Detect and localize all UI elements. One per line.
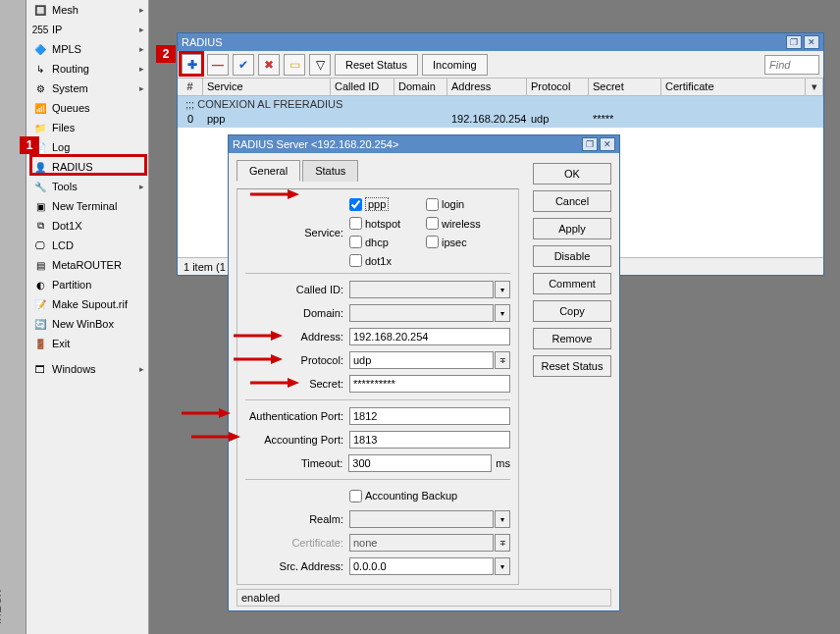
sidebar-item-make-supout.rif[interactable]: 📝Make Supout.rif — [26, 294, 148, 314]
sidebar-item-lcd[interactable]: 🖵LCD — [26, 236, 148, 255]
sidebar-item-ip[interactable]: 255IP▸ — [26, 20, 148, 39]
sidebar-item-metarouter[interactable]: ▤MetaROUTER — [26, 255, 148, 275]
copy-button[interactable]: Copy — [533, 300, 611, 322]
check-ipsec[interactable]: ipsec — [426, 236, 485, 248]
input-auth-port[interactable] — [349, 407, 510, 425]
input-src-addr[interactable] — [349, 557, 494, 575]
dialog-restore-icon[interactable]: ❐ — [582, 137, 598, 151]
sidebar-item-log[interactable]: 📄Log — [26, 137, 148, 157]
input-acct-port[interactable] — [349, 431, 510, 449]
cell-protocol: udp — [527, 112, 589, 128]
input-protocol[interactable] — [349, 351, 494, 369]
th-idx[interactable]: # — [178, 79, 203, 95]
submenu-arrow-icon: ▸ — [139, 44, 144, 54]
th-called[interactable]: Called ID — [331, 79, 394, 95]
window-restore-icon[interactable]: ❐ — [786, 35, 802, 49]
remove-button[interactable]: — — [207, 54, 229, 76]
comment-btn[interactable]: Comment — [533, 273, 611, 294]
sidebar-item-routing[interactable]: ↳Routing▸ — [26, 59, 148, 79]
sidebar-item-label: Mesh — [52, 4, 79, 16]
input-called-id[interactable] — [349, 281, 494, 298]
cell-called — [331, 112, 394, 128]
reset-status-button-dialog[interactable]: Reset Status — [533, 355, 611, 377]
ok-button[interactable]: OK — [533, 163, 611, 185]
protocol-dropdown-icon[interactable]: ∓ — [495, 351, 510, 369]
files-icon: 📁 — [32, 120, 48, 135]
th-service[interactable]: Service — [203, 79, 331, 95]
input-domain[interactable] — [349, 304, 494, 322]
input-timeout[interactable] — [348, 454, 492, 472]
tab-status[interactable]: Status — [302, 160, 358, 182]
table-row[interactable]: 0 ppp 192.168.20.254 udp ***** — [178, 112, 823, 128]
label-timeout: Timeout: — [245, 457, 342, 469]
sidebar-item-dot1x[interactable]: ⧉Dot1X — [26, 216, 148, 236]
realm-dropdown-icon[interactable]: ▾ — [495, 510, 510, 528]
domain-dropdown-icon[interactable]: ▾ — [495, 304, 510, 322]
input-address[interactable] — [349, 328, 510, 345]
th-address[interactable]: Address — [447, 79, 527, 95]
input-realm[interactable] — [349, 510, 494, 528]
submenu-arrow-icon: ▸ — [139, 182, 144, 191]
sidebar-item-exit[interactable]: 🚪Exit — [26, 334, 148, 353]
sidebar-item-label: Routing — [52, 63, 89, 75]
called-dropdown-icon[interactable]: ▾ — [495, 281, 510, 298]
reset-status-button[interactable]: Reset Status — [335, 54, 418, 76]
remove-button-dialog[interactable]: Remove — [533, 328, 611, 349]
sidebar-item-tools[interactable]: 🔧Tools▸ — [26, 177, 148, 196]
disable-button[interactable]: ✖ — [258, 54, 280, 76]
sidebar-item-system[interactable]: ⚙System▸ — [26, 79, 148, 98]
th-secret[interactable]: Secret — [589, 79, 661, 95]
filter-button[interactable]: ▽ — [309, 54, 331, 76]
enable-button[interactable]: ✔ — [233, 54, 254, 76]
dialog-close-icon[interactable]: ✕ — [600, 137, 615, 151]
sidebar-item-label: Queues — [52, 102, 90, 114]
check-acct-backup[interactable]: Accounting Backup — [349, 490, 457, 502]
th-domain[interactable]: Domain — [394, 79, 447, 95]
callout-badge-1: 1 — [20, 136, 39, 154]
cert-dropdown-icon[interactable]: ∓ — [495, 534, 510, 552]
check-dot1x[interactable]: dot1x — [349, 254, 408, 267]
find-input[interactable] — [764, 55, 819, 75]
sidebar-item-files[interactable]: 📁Files — [26, 118, 148, 137]
server-title: RADIUS Server <192.168.20.254> — [233, 138, 398, 150]
sidebar-item-radius[interactable]: 👤RADIUS — [26, 157, 148, 177]
check-dhcp[interactable]: dhcp — [349, 236, 408, 248]
src-dropdown-icon[interactable]: ▾ — [495, 557, 510, 575]
new-winbox-icon: 🔄 — [32, 316, 48, 332]
submenu-arrow-icon: ▸ — [139, 25, 144, 34]
check-hotspot[interactable]: hotspot — [349, 217, 408, 230]
sidebar-label-windows: Windows — [52, 363, 96, 375]
sidebar-item-windows[interactable]: 🗖 Windows ▸ — [26, 359, 148, 379]
sidebar-item-new-winbox[interactable]: 🔄New WinBox — [26, 314, 148, 334]
disable-button[interactable]: Disable — [533, 245, 611, 267]
check-login[interactable]: login — [426, 197, 485, 211]
cell-domain — [394, 112, 447, 128]
apply-button[interactable]: Apply — [533, 218, 611, 239]
incoming-button[interactable]: Incoming — [422, 54, 488, 76]
row-comment[interactable]: ;;; CONEXION AL FREERADIUS — [178, 96, 823, 112]
server-titlebar: RADIUS Server <192.168.20.254> ❐ ✕ — [229, 135, 619, 153]
sidebar-item-partition[interactable]: ◐Partition — [26, 275, 148, 294]
sidebar-item-mesh[interactable]: 🔲Mesh▸ — [26, 0, 148, 20]
sidebar-item-mpls[interactable]: 🔷MPLS▸ — [26, 39, 148, 59]
comment-button[interactable]: ▭ — [284, 54, 305, 76]
input-cert — [349, 534, 494, 552]
add-button[interactable]: ✚ — [182, 54, 203, 76]
check-ppp[interactable]: ppp — [349, 197, 408, 211]
cancel-button[interactable]: Cancel — [533, 190, 611, 212]
radius-titlebar: RADIUS ❐ ✕ — [178, 33, 823, 51]
sidebar-item-new-terminal[interactable]: ▣New Terminal — [26, 196, 148, 216]
sidebar-item-queues[interactable]: 📶Queues — [26, 98, 148, 118]
tab-general[interactable]: General — [236, 160, 300, 182]
label-called: Called ID: — [245, 284, 343, 295]
window-close-icon[interactable]: ✕ — [804, 35, 819, 49]
radius-icon: 👤 — [32, 159, 48, 175]
th-cert[interactable]: Certificate — [661, 79, 806, 95]
check-wireless[interactable]: wireless — [426, 217, 485, 230]
th-dropdown-icon[interactable]: ▾ — [806, 79, 823, 95]
th-protocol[interactable]: Protocol — [527, 79, 589, 95]
arrow-auth-port — [182, 407, 231, 419]
check-ipsec-label: ipsec — [442, 237, 467, 248]
input-secret[interactable] — [349, 375, 510, 393]
submenu-arrow-icon: ▸ — [139, 364, 144, 374]
